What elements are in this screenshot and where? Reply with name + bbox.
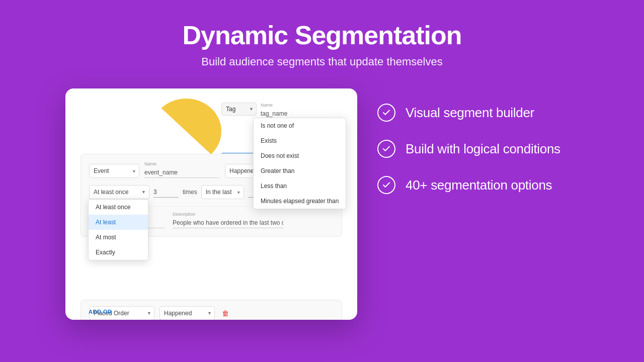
event-select-container: Event ▼ [89,164,139,178]
times-input[interactable] [153,187,179,198]
dropdown-item-less-than[interactable]: Less than [254,178,346,194]
tag-row: Tag ▼ Name [221,103,336,119]
check-icon-segmentation-options [382,180,391,190]
features-panel: Visual segment builder Build with logica… [377,88,579,212]
event-select[interactable]: Event [89,164,139,178]
feature-item-segmentation-options: 40+ segmentation options [377,176,579,194]
tag-select[interactable]: Tag [221,103,257,116]
segment-description-group: Description [173,212,283,228]
at-least-item-at-most[interactable]: At most [89,230,148,245]
happened2-select[interactable]: Happened [159,306,215,320]
page-title: Dynamic Segmentation [182,20,461,50]
dropdown-item-does-not-exist[interactable]: Does not exist [254,148,346,163]
at-least-trigger[interactable]: At least once ▼ [89,185,149,199]
segment-description-label: Description [173,212,283,217]
dropdown-item-is-not-one-of[interactable]: Is not one of [254,118,346,133]
tag-select-container: Tag ▼ [221,103,257,116]
check-icon-logical-conditions [382,144,391,153]
event-name-group: Name [144,161,220,178]
name-field-group: Name [261,103,336,119]
feature-text-visual-builder: Visual segment builder [406,105,534,121]
condition-dropdown: Is not one of Exists Does not exist Grea… [253,118,346,209]
times-label: times [183,189,197,196]
at-least-item-at-least[interactable]: At least [89,215,148,230]
feature-item-visual-builder: Visual segment builder [377,104,579,122]
check-circle-logical-conditions [377,140,395,158]
check-circle-visual-builder [377,104,395,122]
dropdown-item-greater-than[interactable]: Greater than [254,163,346,178]
dropdown-item-exists[interactable]: Exists [254,133,346,148]
event-name-input[interactable] [144,167,220,178]
feature-text-segmentation-options: 40+ segmentation options [406,177,552,193]
ui-mockup: Tag ▼ Name ADD CONDITION Is not one of E… [65,88,357,320]
at-least-dropdown: At least once At least At most Exactly [88,199,148,260]
delete-placed-order-button[interactable]: 🗑 [220,309,231,317]
dropdown-item-minutes-elapsed[interactable]: Minutes elapsed greater than [254,194,346,209]
main-content: Tag ▼ Name ADD CONDITION Is not one of E… [45,78,599,320]
check-icon-visual-builder [382,108,391,117]
name-field-label: Name [261,103,336,108]
at-least-trigger-label: At least once [94,189,128,196]
at-least-chevron-icon: ▼ [141,190,146,195]
event-name-label: Name [144,161,220,166]
add-or-button[interactable]: ADD OR [89,309,112,315]
placed-order-row: Placed Order ▼ Happened ▼ 🗑 [89,306,334,320]
at-least-item-exactly[interactable]: Exactly [89,245,148,260]
check-circle-segmentation-options [377,176,395,194]
lower-section: Placed Order ▼ Happened ▼ 🗑 At least onc… [80,300,342,320]
at-least-item-at-least-once[interactable]: At least once [89,200,148,215]
feature-text-logical-conditions: Build with logical conditions [406,141,560,157]
happened2-select-container: Happened ▼ [159,306,215,320]
in-the-last-select[interactable]: In the last [201,185,244,199]
page-header: Dynamic Segmentation Build audience segm… [182,0,461,78]
segment-description-input[interactable] [173,218,283,228]
feature-item-logical-conditions: Build with logical conditions [377,140,579,158]
event-select-wrapper: Event ▼ [89,163,139,178]
in-the-last-container: In the last ▼ [201,185,244,199]
page-subtitle: Build audience segments that update them… [182,55,461,68]
